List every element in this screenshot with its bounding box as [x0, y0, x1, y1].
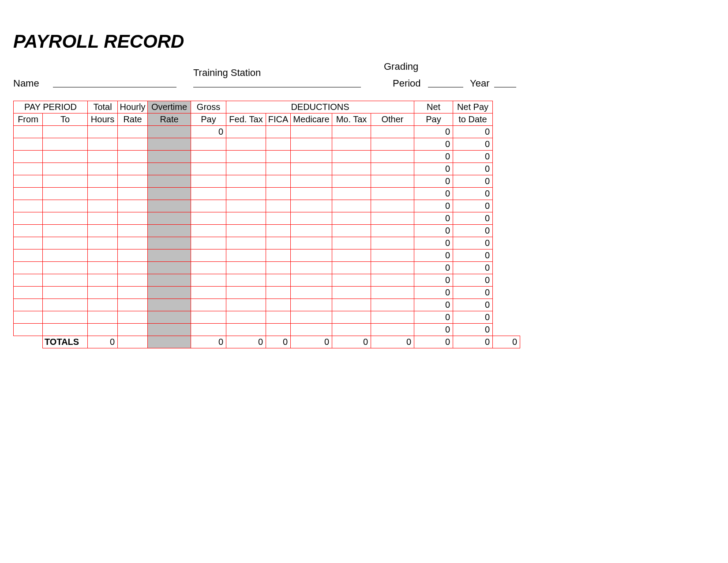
cell-oth[interactable] [371, 287, 414, 299]
cell-hr[interactable] [118, 262, 148, 274]
input-station-line[interactable] [193, 78, 361, 87]
cell-ot[interactable] [148, 225, 191, 237]
cell-mo[interactable] [332, 262, 371, 274]
cell-th[interactable] [88, 274, 118, 287]
cell-to[interactable] [43, 299, 88, 311]
cell-ot[interactable] [148, 212, 191, 225]
cell-from[interactable] [14, 237, 43, 249]
cell-fed[interactable] [226, 237, 266, 249]
cell-mo[interactable] [332, 274, 371, 287]
cell-net[interactable]: 0 [414, 200, 453, 212]
cell-med[interactable] [291, 138, 332, 151]
cell-med[interactable] [291, 212, 332, 225]
cell-from[interactable] [14, 126, 43, 138]
cell-gp[interactable] [191, 311, 226, 324]
cell-med[interactable] [291, 225, 332, 237]
cell-th[interactable] [88, 188, 118, 200]
cell-th[interactable] [88, 311, 118, 324]
cell-fed[interactable] [226, 138, 266, 151]
cell-fica[interactable] [266, 151, 291, 163]
cell-fed[interactable] [226, 151, 266, 163]
cell-th[interactable] [88, 126, 118, 138]
cell-net[interactable]: 0 [414, 299, 453, 311]
cell-mo[interactable] [332, 175, 371, 188]
cell-mo[interactable] [332, 225, 371, 237]
cell-from[interactable] [14, 311, 43, 324]
cell-gp[interactable] [191, 138, 226, 151]
cell-hr[interactable] [118, 126, 148, 138]
cell-fed[interactable] [226, 324, 266, 336]
totals-gross-pay[interactable]: 0 [191, 336, 226, 348]
cell-hr[interactable] [118, 200, 148, 212]
cell-fed[interactable] [226, 249, 266, 262]
cell-med[interactable] [291, 163, 332, 175]
cell-ntd[interactable]: 0 [453, 324, 493, 336]
cell-th[interactable] [88, 151, 118, 163]
cell-fica[interactable] [266, 126, 291, 138]
totals-fed-tax[interactable]: 0 [226, 336, 266, 348]
cell-ntd[interactable]: 0 [453, 175, 493, 188]
cell-fed[interactable] [226, 311, 266, 324]
cell-gp[interactable] [191, 188, 226, 200]
cell-ntd[interactable]: 0 [453, 299, 493, 311]
cell-from[interactable] [14, 151, 43, 163]
cell-gp[interactable] [191, 299, 226, 311]
cell-mo[interactable] [332, 237, 371, 249]
cell-gp[interactable] [191, 274, 226, 287]
cell-th[interactable] [88, 287, 118, 299]
cell-th[interactable] [88, 237, 118, 249]
cell-net[interactable]: 0 [414, 287, 453, 299]
cell-from[interactable] [14, 262, 43, 274]
cell-ot[interactable] [148, 262, 191, 274]
cell-hr[interactable] [118, 311, 148, 324]
cell-fed[interactable] [226, 126, 266, 138]
cell-fica[interactable] [266, 249, 291, 262]
cell-ntd[interactable]: 0 [453, 163, 493, 175]
totals-mo-tax[interactable]: 0 [332, 336, 371, 348]
cell-from[interactable] [14, 249, 43, 262]
cell-ntd[interactable]: 0 [453, 262, 493, 274]
cell-fica[interactable] [266, 138, 291, 151]
cell-fica[interactable] [266, 274, 291, 287]
cell-mo[interactable] [332, 324, 371, 336]
cell-from[interactable] [14, 287, 43, 299]
cell-net[interactable]: 0 [414, 324, 453, 336]
cell-hr[interactable] [118, 299, 148, 311]
cell-to[interactable] [43, 151, 88, 163]
cell-gp[interactable] [191, 225, 226, 237]
cell-gp[interactable] [191, 287, 226, 299]
cell-th[interactable] [88, 163, 118, 175]
cell-hr[interactable] [118, 225, 148, 237]
cell-oth[interactable] [371, 126, 414, 138]
cell-to[interactable] [43, 200, 88, 212]
cell-ot[interactable] [148, 188, 191, 200]
totals-extra[interactable]: 0 [493, 336, 520, 348]
cell-fed[interactable] [226, 188, 266, 200]
cell-to[interactable] [43, 249, 88, 262]
cell-to[interactable] [43, 225, 88, 237]
cell-hr[interactable] [118, 163, 148, 175]
cell-hr[interactable] [118, 274, 148, 287]
cell-net[interactable]: 0 [414, 151, 453, 163]
cell-fica[interactable] [266, 311, 291, 324]
cell-oth[interactable] [371, 225, 414, 237]
cell-fica[interactable] [266, 262, 291, 274]
cell-th[interactable] [88, 175, 118, 188]
cell-mo[interactable] [332, 311, 371, 324]
input-period-line[interactable] [428, 78, 463, 87]
cell-ot[interactable] [148, 151, 191, 163]
cell-from[interactable] [14, 299, 43, 311]
cell-to[interactable] [43, 237, 88, 249]
cell-mo[interactable] [332, 151, 371, 163]
cell-from[interactable] [14, 138, 43, 151]
cell-med[interactable] [291, 249, 332, 262]
cell-to[interactable] [43, 188, 88, 200]
cell-ntd[interactable]: 0 [453, 126, 493, 138]
cell-to[interactable] [43, 138, 88, 151]
cell-net[interactable]: 0 [414, 249, 453, 262]
cell-mo[interactable] [332, 249, 371, 262]
cell-from[interactable] [14, 200, 43, 212]
cell-gp[interactable] [191, 324, 226, 336]
cell-fica[interactable] [266, 237, 291, 249]
cell-fed[interactable] [226, 262, 266, 274]
